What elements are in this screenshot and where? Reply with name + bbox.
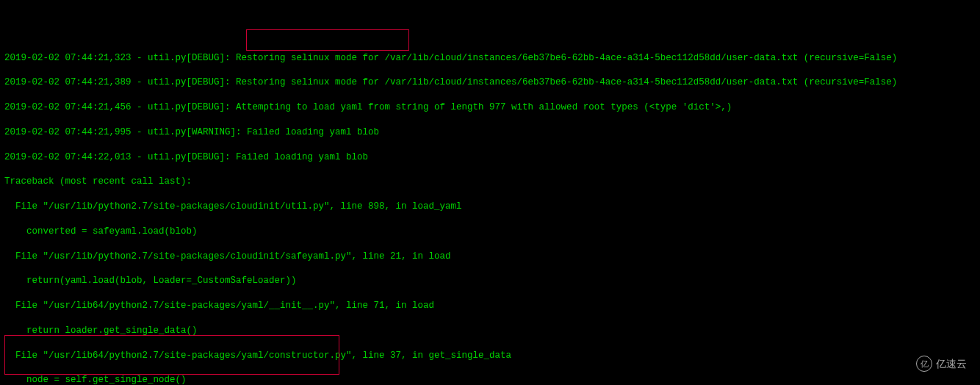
traceback-code: node = self.get_single_node() <box>4 374 976 385</box>
log-line: 2019-02-02 07:44:21,389 - util.py[DEBUG]… <box>4 76 976 89</box>
log-line: 2019-02-02 07:44:21,323 - util.py[DEBUG]… <box>4 52 976 65</box>
watermark: 亿 亿速云 <box>916 356 967 372</box>
traceback-file: File "/usr/lib64/python2.7/site-packages… <box>4 350 976 362</box>
traceback-code: return loader.get_single_data() <box>4 325 976 337</box>
log-line: 2019-02-02 07:44:22,013 - util.py[DEBUG]… <box>4 151 976 164</box>
traceback-code: converted = safeyaml.load(blob) <box>4 226 976 238</box>
traceback-code: return(yaml.load(blob, Loader=_CustomSaf… <box>4 275 976 287</box>
watermark-icon: 亿 <box>916 356 932 372</box>
watermark-text: 亿速云 <box>936 357 967 371</box>
traceback-file: File "/usr/lib/python2.7/site-packages/c… <box>4 201 976 213</box>
log-line-warning: 2019-02-02 07:44:21,995 - util.py[WARNIN… <box>4 126 976 139</box>
log-line: 2019-02-02 07:44:21,456 - util.py[DEBUG]… <box>4 101 976 114</box>
traceback-file: File "/usr/lib/python2.7/site-packages/c… <box>4 251 976 263</box>
traceback-file: File "/usr/lib64/python2.7/site-packages… <box>4 300 976 312</box>
traceback-header: Traceback (most recent call last): <box>4 176 976 188</box>
annotation-box-warning <box>246 29 409 51</box>
